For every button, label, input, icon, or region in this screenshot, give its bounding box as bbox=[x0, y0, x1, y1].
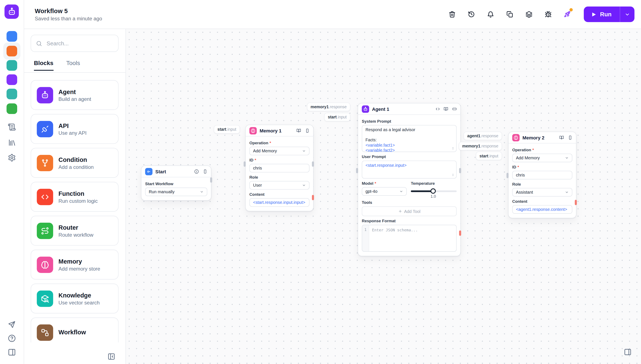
node-memory-1[interactable]: Memory 1 Operation* Add Memory ID* chris… bbox=[245, 124, 314, 211]
port-memory1-error[interactable] bbox=[312, 195, 314, 200]
block-card-memory[interactable]: MemoryAdd memory store bbox=[31, 250, 119, 280]
block-card-router[interactable]: RouterRoute workflow bbox=[31, 216, 119, 246]
node-memory-2[interactable]: Memory 2 Operation* Add Memory ID* chris… bbox=[508, 132, 576, 218]
send-feedback-icon[interactable] bbox=[8, 320, 16, 328]
port-memory1-input[interactable] bbox=[244, 162, 246, 167]
start-mode-select[interactable]: Run manually bbox=[145, 188, 207, 196]
field-label: Content bbox=[512, 199, 527, 204]
field-label: System Prompt bbox=[362, 119, 391, 123]
agent1-user-prompt[interactable]: <start.response.input> bbox=[362, 160, 457, 178]
run-button-main[interactable]: Run bbox=[584, 6, 620, 22]
block-desc: Run custom logic bbox=[59, 198, 98, 204]
agent1-response-format-editor[interactable]: 1 Enter JSON schema... bbox=[362, 225, 457, 252]
edge-label: agent1.response bbox=[464, 132, 502, 140]
node-start[interactable]: Start Start Workflow Run manually bbox=[141, 166, 211, 201]
sidebar-collapse-icon[interactable] bbox=[108, 352, 115, 360]
memory1-operation-select[interactable]: Add Memory bbox=[249, 146, 309, 155]
panel-toggle-icon[interactable] bbox=[8, 348, 16, 356]
panel-rect-icon[interactable] bbox=[203, 169, 207, 174]
block-card-condition[interactable]: ConditionAdd a condition bbox=[31, 148, 119, 178]
workspace-item-blue[interactable] bbox=[7, 31, 17, 42]
block-desc: Add memory store bbox=[59, 266, 100, 272]
port-start-output[interactable] bbox=[210, 177, 212, 183]
block-desc: Use any API bbox=[59, 130, 87, 136]
port-agent1-input[interactable] bbox=[356, 168, 358, 173]
workspace-item-teal2[interactable] bbox=[7, 89, 17, 99]
tab-tools[interactable]: Tools bbox=[66, 60, 80, 66]
agent1-temperature-slider[interactable]: 1.0 bbox=[411, 187, 457, 196]
info-icon[interactable] bbox=[194, 169, 199, 174]
field-label: User Prompt bbox=[362, 154, 386, 159]
block-card-workflow[interactable]: Workflow bbox=[31, 318, 119, 342]
agent1-system-prompt[interactable]: Respond as a legal advisor Facts: <varia… bbox=[362, 125, 457, 152]
duplicate-copy-icon[interactable] bbox=[505, 10, 514, 18]
port-memory2-error[interactable] bbox=[575, 200, 577, 205]
field-label: ID bbox=[512, 165, 516, 169]
block-card-knowledge[interactable]: KnowledgeUse vector search bbox=[31, 284, 119, 313]
edge-label: start.input bbox=[324, 113, 350, 122]
panel-rect-icon[interactable] bbox=[568, 135, 572, 140]
search-input[interactable] bbox=[46, 40, 113, 47]
workspace-item-teal[interactable] bbox=[7, 60, 17, 71]
memory2-role-select[interactable]: Assistant bbox=[512, 188, 572, 196]
workspace-item-green[interactable] bbox=[7, 104, 17, 114]
node-agent-1[interactable]: Agent 1 System Prompt Respond as a legal… bbox=[358, 103, 461, 256]
edge-label: memory1.response bbox=[307, 102, 350, 111]
slider-knob[interactable] bbox=[431, 188, 436, 194]
code-icon[interactable] bbox=[435, 106, 440, 111]
port-memory1-output[interactable] bbox=[312, 162, 314, 167]
logs-scroll-icon[interactable] bbox=[8, 123, 16, 131]
block-card-api[interactable]: APIUse any API bbox=[31, 114, 119, 144]
debug-bug-icon[interactable] bbox=[544, 10, 552, 18]
agent1-model-select[interactable]: gpt-4o bbox=[362, 187, 407, 196]
deploy-rocket-icon[interactable] bbox=[563, 10, 571, 18]
docs-book-icon[interactable] bbox=[444, 106, 448, 111]
required-marker: * bbox=[532, 148, 534, 152]
port-agent1-output[interactable] bbox=[459, 168, 461, 173]
agent-robot-icon bbox=[37, 87, 53, 103]
panel-rect-wide-icon[interactable] bbox=[452, 106, 457, 111]
field-label: Model bbox=[362, 181, 373, 186]
port-agent1-error[interactable] bbox=[459, 230, 461, 236]
play-icon bbox=[591, 12, 596, 17]
chevron-down-icon bbox=[565, 190, 568, 194]
docs-book-icon[interactable] bbox=[559, 135, 564, 140]
notifications-bell-icon[interactable] bbox=[486, 10, 495, 18]
run-button[interactable]: Run bbox=[584, 6, 635, 22]
port-memory2-input[interactable] bbox=[507, 173, 509, 178]
chevron-down-icon bbox=[302, 149, 306, 153]
block-name: Agent bbox=[59, 88, 91, 95]
block-name: Router bbox=[59, 224, 94, 231]
layers-icon[interactable] bbox=[525, 10, 533, 18]
docs-book-icon[interactable] bbox=[296, 128, 301, 133]
help-icon[interactable] bbox=[8, 334, 16, 342]
delete-trash-icon[interactable] bbox=[448, 10, 456, 18]
panel-rect-icon[interactable] bbox=[305, 128, 309, 133]
tab-blocks[interactable]: Blocks bbox=[34, 60, 54, 71]
workspace-item-orange[interactable] bbox=[7, 46, 17, 56]
memory1-content-input[interactable]: <start.response.input.input> bbox=[249, 198, 309, 207]
history-icon[interactable] bbox=[467, 10, 475, 18]
memory2-id-input[interactable]: chris bbox=[512, 171, 572, 180]
run-options-caret[interactable] bbox=[620, 6, 635, 22]
connection-edges bbox=[126, 28, 248, 90]
workflow-canvas[interactable]: start.input memory1.response start.input… bbox=[126, 28, 641, 364]
agent1-add-tool-button[interactable]: Add Tool bbox=[362, 206, 457, 216]
memory2-content-input[interactable]: <agent1.response.content> bbox=[512, 205, 572, 214]
memory1-role-select[interactable]: User bbox=[249, 181, 309, 190]
agent-robot-icon bbox=[362, 105, 369, 113]
block-card-agent[interactable]: AgentBuild an agent bbox=[31, 80, 119, 110]
library-icon[interactable] bbox=[8, 138, 16, 147]
required-marker: * bbox=[255, 158, 256, 162]
block-name: Function bbox=[59, 190, 98, 197]
blocks-sidebar: Blocks Tools AgentBuild an agent APIUse … bbox=[24, 28, 126, 364]
settings-gear-icon[interactable] bbox=[8, 154, 16, 162]
block-card-function[interactable]: FunctionRun custom logic bbox=[31, 182, 119, 212]
right-panel-toggle-icon[interactable] bbox=[624, 348, 632, 356]
memory2-operation-select[interactable]: Add Memory bbox=[512, 154, 572, 162]
temperature-value: 1.0 bbox=[430, 194, 436, 198]
search-box[interactable] bbox=[31, 35, 119, 52]
app-logo-robot-icon[interactable] bbox=[5, 4, 19, 19]
workspace-item-purple[interactable] bbox=[7, 74, 17, 85]
memory1-id-input[interactable]: chris bbox=[249, 164, 309, 172]
